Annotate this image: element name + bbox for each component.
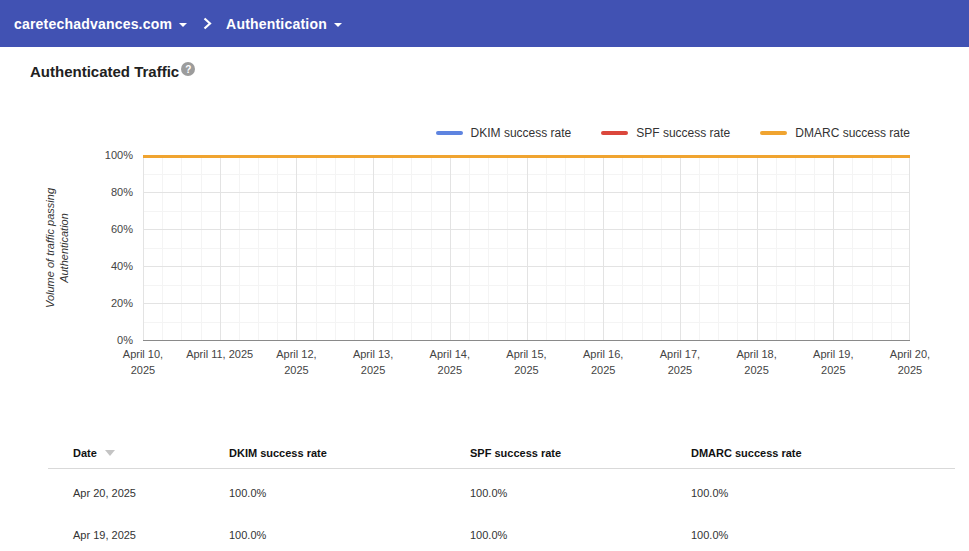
legend-item-label: SPF success rate [636,126,730,140]
column-header-label: DMARC success rate [691,447,802,459]
table-cell: Apr 20, 2025 [73,487,229,499]
legend-swatch-icon [760,131,787,135]
x-axis-ticks: April 10,2025April 11, 2025April 12,2025… [143,346,910,378]
legend-item-label: DMARC success rate [795,126,910,140]
table-body: Apr 20, 2025100.0%100.0%100.0%Apr 19, 20… [48,472,955,551]
app-bar: caretechadvances.com Authentication [0,0,969,47]
section-menu[interactable]: Authentication [226,16,342,32]
legend-swatch-icon [601,131,628,135]
postmaster-page: caretechadvances.com Authentication Auth… [0,0,969,551]
column-header-dmarc[interactable]: DMARC success rate [691,447,955,459]
table-cell: 100.0% [229,487,470,499]
table-cell: 100.0% [691,487,955,499]
chart-legend: DKIM success rateSPF success rateDMARC s… [436,126,910,140]
help-icon[interactable]: ? [181,62,195,76]
table-row: Apr 19, 2025100.0%100.0%100.0% [48,514,955,551]
column-header-dkim[interactable]: DKIM success rate [229,447,470,459]
legend-item: DKIM success rate [436,126,572,140]
y-tick-label: 40% [63,260,133,272]
column-header-label: SPF success rate [470,447,561,459]
y-tick-label: 0% [63,334,133,346]
x-tick-label: April 20,2025 [865,346,955,378]
table-cell: 100.0% [691,529,955,541]
legend-swatch-icon [436,131,463,135]
table-header-row: DateDKIM success rateSPF success rateDMA… [48,437,955,469]
table-cell: Apr 19, 2025 [73,529,229,541]
chevron-down-icon [334,23,342,27]
column-header-date[interactable]: Date [73,447,229,459]
legend-item: DMARC success rate [760,126,910,140]
table-cell: 100.0% [470,529,691,541]
y-tick-label: 20% [63,297,133,309]
column-header-spf[interactable]: SPF success rate [470,447,691,459]
legend-item-label: DKIM success rate [471,126,572,140]
sort-desc-icon [105,450,115,456]
chevron-down-icon [179,23,187,27]
section-menu-label: Authentication [226,16,327,32]
column-header-label: Date [73,447,97,459]
table-cell: 100.0% [229,529,470,541]
chart-plot-svg [143,155,910,341]
y-tick-label: 80% [63,186,133,198]
y-tick-label: 100% [63,149,133,161]
table-row: Apr 20, 2025100.0%100.0%100.0% [48,472,955,514]
breadcrumb-chevron-icon [203,17,212,30]
y-tick-label: 60% [63,223,133,235]
column-header-label: DKIM success rate [229,447,327,459]
legend-item: SPF success rate [601,126,730,140]
traffic-chart[interactable] [143,155,910,341]
table-cell: 100.0% [470,487,691,499]
